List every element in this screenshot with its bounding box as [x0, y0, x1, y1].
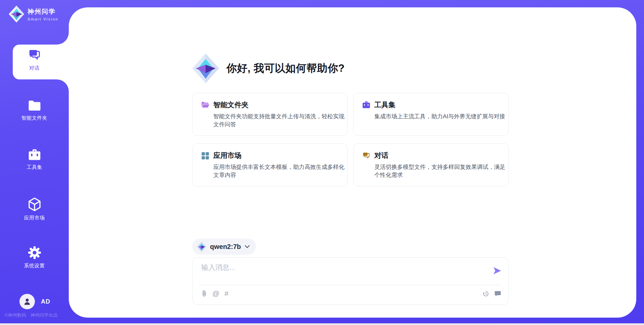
message-input[interactable]: [201, 263, 486, 283]
message-composer: @ #: [192, 257, 509, 305]
person-icon: [23, 297, 32, 306]
card-title: 对话: [374, 151, 506, 160]
model-name: qwen2:7b: [210, 243, 241, 251]
briefcase-icon: [362, 101, 371, 109]
composer-divider: [199, 285, 502, 285]
card-chat[interactable]: 对话 灵活切换多模型文件，支持多样回复效果调试，满足个性化需求: [353, 143, 509, 186]
app-grid-icon: [201, 151, 210, 160]
card-title: 工具集: [374, 100, 506, 110]
card-desc: 智能文件夹功能支持批量文件上传与清洗，轻松实现文件问答: [213, 113, 345, 129]
send-icon[interactable]: [493, 267, 501, 275]
history-clock-icon: [482, 290, 489, 297]
sidebar-item-app-market[interactable]: 应用市场: [0, 197, 69, 221]
folder-open-icon: [201, 101, 210, 109]
sidebar-item-label: 应用市场: [24, 215, 45, 221]
active-tab-shape: [0, 0, 69, 94]
new-chat-button[interactable]: [494, 290, 501, 297]
diamond-logo-icon: [197, 242, 206, 252]
sidebar-item-label: 对话: [29, 65, 40, 71]
sidebar-item-label: 系统设置: [24, 263, 45, 269]
card-toolkit[interactable]: 工具集 集成市场上主流工具，助力AI与外界无缝扩展与对接: [353, 93, 509, 136]
user-profile[interactable]: AD: [19, 294, 50, 309]
greeting-title: 你好, 我可以如何帮助你?: [226, 61, 345, 75]
card-desc: 应用市场提供丰富长文本模板，助力高效生成多样化文章内容: [213, 163, 345, 179]
window-bottom-edge: [0, 323, 644, 325]
folder-icon: [28, 100, 42, 112]
sidebar-item-label: 工具集: [26, 164, 42, 171]
gear-icon: [28, 246, 42, 260]
avatar: [19, 294, 35, 309]
sidebar-item-label: 智能文件夹: [21, 115, 48, 121]
sidebar-item-chat[interactable]: 对话: [0, 49, 69, 71]
mention-button[interactable]: @: [212, 289, 219, 298]
paperclip-icon: [201, 290, 207, 297]
chat-icon: [362, 151, 371, 159]
diamond-logo-icon: [192, 54, 219, 83]
card-app-market[interactable]: 应用市场 应用市场提供丰富长文本模板，助力高效生成多样化文章内容: [192, 143, 348, 186]
cube-icon: [28, 197, 42, 212]
attachment-button[interactable]: [201, 290, 207, 297]
card-smart-folder[interactable]: 智能文件夹 智能文件夹功能支持批量文件上传与清洗，轻松实现文件问答: [192, 93, 348, 136]
greeting-block: 你好, 我可以如何帮助你?: [192, 54, 345, 83]
chat-square-icon: [494, 290, 501, 297]
card-desc: 集成市场上主流工具，助力AI与外界无缝扩展与对接: [374, 113, 506, 121]
card-title: 智能文件夹: [213, 100, 345, 110]
chat-icon: [28, 49, 42, 62]
feature-cards: 智能文件夹 智能文件夹功能支持批量文件上传与清洗，轻松实现文件问答 工具集 集成…: [192, 93, 509, 186]
card-title: 应用市场: [213, 151, 345, 160]
sidebar-item-smart-folder[interactable]: 智能文件夹: [0, 100, 69, 121]
user-name: AD: [41, 298, 50, 305]
sidebar-item-settings[interactable]: 系统设置: [0, 246, 69, 269]
composer-toolbar: @ #: [201, 289, 501, 298]
copyright-text: ©神州数码 · 神州问学出品: [5, 312, 58, 318]
history-button[interactable]: [482, 290, 489, 297]
hashtag-button[interactable]: #: [224, 289, 228, 298]
briefcase-icon: [28, 148, 42, 161]
card-desc: 灵活切换多模型文件，支持多样回复效果调试，满足个性化需求: [374, 163, 506, 179]
model-selector[interactable]: qwen2:7b: [192, 239, 256, 255]
chevron-down-icon: [245, 245, 250, 248]
sidebar-item-toolkit[interactable]: 工具集: [0, 148, 69, 171]
